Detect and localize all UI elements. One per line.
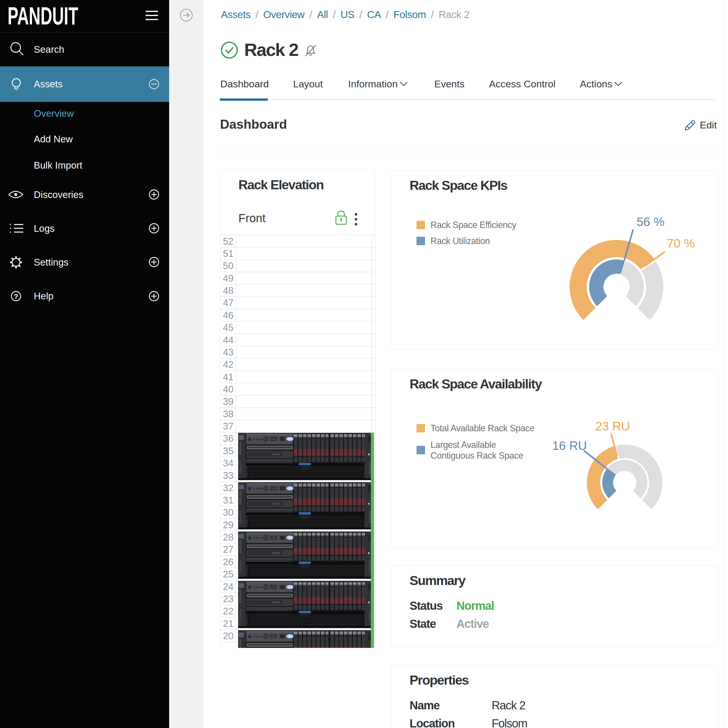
svg-text:29: 29 [223, 520, 234, 530]
svg-text:27: 27 [223, 544, 234, 555]
svg-text:32: 32 [223, 483, 234, 493]
svg-text:26: 26 [223, 556, 234, 567]
svg-text:51: 51 [223, 248, 234, 259]
svg-text:44: 44 [223, 334, 234, 345]
svg-text:52: 52 [223, 236, 234, 247]
svg-text:?: ? [14, 293, 18, 300]
svg-text:47: 47 [223, 297, 234, 308]
svg-text:37: 37 [223, 421, 234, 432]
svg-text:34: 34 [223, 458, 234, 469]
svg-text:35: 35 [223, 446, 234, 456]
svg-text:38: 38 [223, 409, 234, 419]
svg-text:50: 50 [223, 261, 234, 271]
svg-text:25: 25 [223, 569, 234, 579]
svg-text:30: 30 [223, 507, 234, 518]
svg-text:33: 33 [223, 470, 234, 481]
svg-text:41: 41 [223, 372, 234, 382]
svg-text:20: 20 [223, 630, 234, 641]
svg-text:28: 28 [223, 532, 234, 543]
svg-text:43: 43 [223, 347, 234, 358]
svg-text:45: 45 [223, 322, 234, 333]
svg-text:46: 46 [223, 310, 234, 320]
svg-text:42: 42 [223, 359, 234, 370]
svg-text:22: 22 [223, 606, 234, 616]
svg-text:21: 21 [223, 618, 234, 629]
svg-text:24: 24 [223, 581, 234, 592]
svg-text:23: 23 [223, 593, 234, 604]
svg-text:31: 31 [223, 495, 234, 506]
svg-text:39: 39 [223, 396, 234, 407]
svg-text:48: 48 [223, 285, 234, 296]
svg-text:49: 49 [223, 273, 234, 284]
svg-text:36: 36 [223, 433, 234, 444]
svg-text:40: 40 [223, 384, 234, 395]
